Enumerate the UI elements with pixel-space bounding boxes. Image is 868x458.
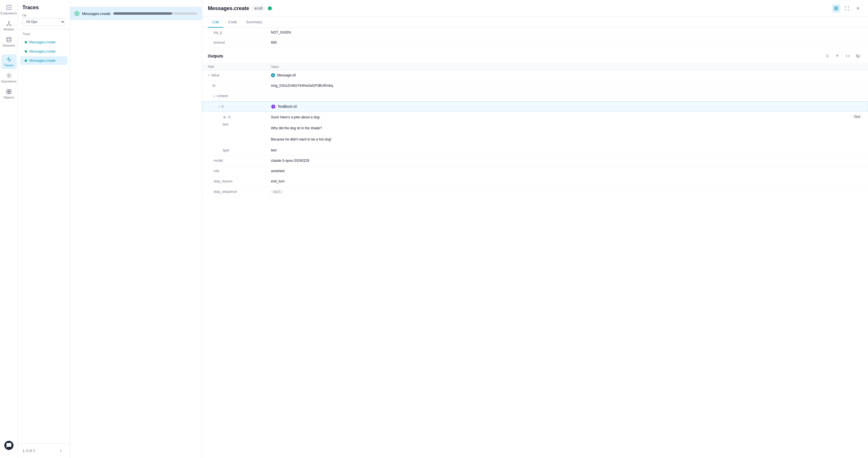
stop-reason-value: end_turn — [271, 179, 284, 183]
type-value: text — [271, 148, 276, 152]
message-type-icon: M — [271, 73, 275, 77]
table-row: top_p NOT_GIVEN — [202, 28, 868, 38]
output-type-label: Message:v0 — [277, 73, 296, 77]
timeline-dot-inner — [76, 12, 78, 15]
datasets-icon — [6, 37, 12, 42]
model-value: claude-3-opus-20240229 — [271, 159, 309, 163]
output-row-stop-sequence: stop_sequence null — [202, 187, 868, 197]
code-view-button[interactable] — [843, 52, 852, 60]
sidebar-item-label: Objects — [3, 96, 14, 99]
output-row-stop-reason: stop_reason end_turn — [202, 176, 868, 187]
view-toggle-button[interactable] — [832, 4, 840, 12]
output-path-type: type — [202, 145, 265, 155]
output-path-label: stop_sequence — [214, 190, 237, 194]
role-value: assistant — [271, 169, 284, 173]
objects-icon — [6, 89, 12, 94]
op-filter-label: Op — [22, 13, 65, 17]
trace-status-dot — [25, 41, 27, 44]
output-value-value: M Message:v0 — [265, 70, 868, 80]
trace-item-label: Messages.create — [29, 50, 55, 53]
sidebar-item-label: Evaluations — [1, 11, 17, 15]
eye-off-icon — [856, 54, 860, 58]
output-path-label: Value — [211, 73, 220, 77]
output-type-label: TextBlock:v0 — [278, 105, 297, 109]
output-path-label: content — [217, 94, 228, 98]
output-path-value: ▾ Value — [202, 70, 265, 80]
traces-count: 1–3 of 3 — [22, 449, 35, 453]
copy-icon[interactable]: ⧉ — [228, 115, 231, 119]
output-path-label: role — [214, 169, 219, 173]
outputs-header: Outputs — [202, 48, 868, 63]
chevron-down-icon: ▾ — [214, 94, 215, 98]
list-view-button[interactable] — [823, 52, 831, 60]
collapse-button[interactable] — [57, 447, 65, 455]
output-row-value: ▾ Value M Message:v0 — [202, 70, 868, 81]
close-icon — [856, 6, 860, 11]
svg-rect-7 — [9, 90, 11, 92]
table-row: timeout 600 — [202, 38, 868, 48]
sidebar-item-label: Traces — [4, 63, 13, 67]
inputs-table: top_p NOT_GIVEN timeout 600 — [202, 28, 868, 48]
text-line-3: Because he didn't want to be a hot dog! — [271, 137, 331, 142]
text-line-1: Sure! Here's a joke about a dog: — [271, 115, 331, 120]
output-value-type: text — [265, 145, 868, 155]
output-value-stop-sequence: null — [265, 187, 868, 197]
trace-item-label: Messages.create — [29, 40, 55, 44]
chat-icon — [6, 442, 12, 448]
sidebar-item-objects[interactable]: Objects — [1, 86, 17, 102]
list-icon — [825, 54, 829, 58]
svg-rect-13 — [834, 9, 836, 10]
tab-call[interactable]: Call — [208, 17, 223, 28]
detail-actions — [832, 4, 862, 12]
timeline-panel: Messages.create — [70, 0, 202, 458]
timeline-item[interactable]: Messages.create — [70, 7, 202, 20]
output-row-content: ▾ content — [202, 91, 868, 102]
output-path-label: model — [214, 159, 223, 163]
output-path-label: text — [223, 122, 262, 126]
output-row-text: ✳ ⧉ text Sure! Here's a joke about a dog… — [202, 112, 868, 145]
trace-item-1[interactable]: Messages.create — [20, 38, 67, 47]
sidebar-item-evaluations[interactable]: Evaluations — [1, 2, 17, 17]
sidebar-item-datasets[interactable]: Datasets — [1, 34, 17, 50]
svg-point-5 — [8, 75, 9, 77]
traces-icon — [6, 57, 12, 62]
text-line-2: Why did the dog sit in the shade? — [271, 125, 331, 131]
output-value-text: Sure! Here's a joke about a dog: Why did… — [265, 112, 868, 145]
output-path-model: model — [202, 156, 265, 166]
trace-item-3[interactable]: Messages.create — [20, 56, 67, 65]
param-value: NOT_GIVEN — [265, 28, 868, 38]
traces-panel: Traces Op All Ops Trace Messages.create … — [18, 0, 70, 458]
sidebar-item-traces[interactable]: Traces — [1, 54, 17, 69]
outputs-section: Outputs — [202, 48, 868, 197]
sidebar-item-models[interactable]: Models — [1, 19, 17, 33]
hide-button[interactable] — [854, 52, 862, 60]
close-button[interactable] — [854, 4, 862, 12]
output-path-id: id — [202, 81, 265, 90]
view-icon — [834, 6, 838, 11]
chevron-left-icon — [59, 449, 63, 453]
tab-code[interactable]: Code — [223, 17, 241, 28]
tab-summary[interactable]: Summary — [241, 17, 267, 28]
trace-item-2[interactable]: Messages.create — [20, 47, 67, 56]
sort-button[interactable] — [833, 52, 842, 60]
trace-status-dot — [25, 59, 27, 62]
output-value-role: assistant — [265, 166, 868, 176]
output-path-stop-sequence: stop_sequence — [202, 187, 265, 197]
code-icon — [846, 54, 849, 58]
asterisk-icon: ✳ — [223, 115, 226, 119]
text-content: Sure! Here's a joke about a dog: Why did… — [271, 115, 331, 142]
models-icon — [6, 21, 12, 26]
sidebar-item-label: Datasets — [3, 44, 15, 47]
expand-button[interactable] — [843, 4, 851, 12]
value-col-header: Value — [271, 65, 279, 68]
sort-icon — [835, 54, 839, 58]
output-path-0: ▾ 0 — [203, 102, 266, 112]
output-path-content: ▾ content — [202, 91, 265, 101]
output-path-label: 0 — [222, 105, 224, 109]
chevron-down-icon: ▾ — [218, 105, 220, 108]
sidebar-item-chat[interactable] — [1, 438, 17, 452]
svg-point-2 — [7, 25, 7, 26]
op-filter-select[interactable]: All Ops — [22, 18, 65, 26]
sidebar-item-operations[interactable]: Operations — [1, 70, 17, 85]
output-path-role: role — [202, 166, 265, 176]
